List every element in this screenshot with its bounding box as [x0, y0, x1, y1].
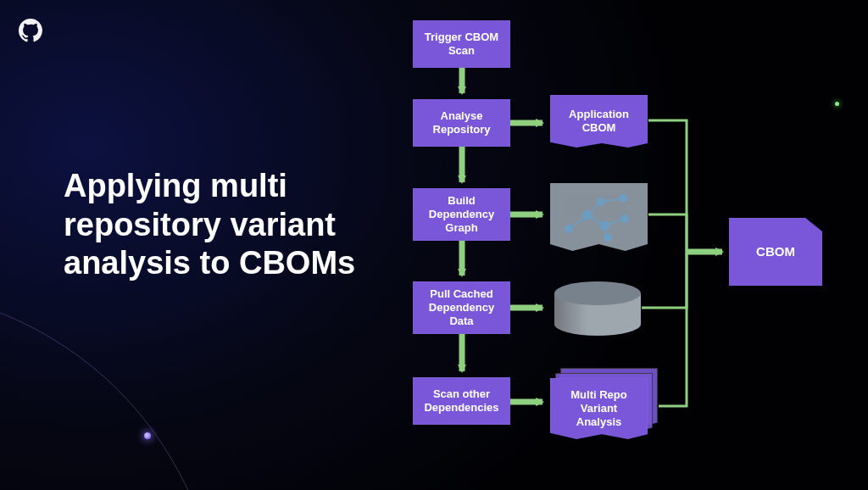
node-scan-other-deps: Scan other Dependencies [413, 377, 510, 425]
artifact-multi-repo-variant: Multi Repo Variant Analysis [550, 378, 648, 439]
svg-point-9 [620, 195, 626, 202]
artifact-cbom: CBOM [729, 218, 822, 286]
node-analyse-repo: Analyse Repository [413, 99, 510, 147]
node-pull-cached-data: Pull Cached Dependency Data [413, 281, 510, 334]
svg-point-6 [565, 226, 572, 232]
artifact-dependency-graph-icon [550, 183, 648, 251]
svg-point-7 [583, 211, 592, 220]
diagram: Trigger CBOM Scan Analyse Repository Bui… [0, 0, 868, 490]
artifact-application-cbom: Application CBOM [550, 95, 648, 148]
node-build-dep-graph: Build Dependency Graph [413, 188, 510, 241]
svg-point-10 [600, 221, 609, 230]
svg-point-11 [621, 215, 628, 222]
graph-network-icon [557, 190, 642, 244]
artifact-database-icon [554, 281, 641, 336]
svg-point-8 [598, 198, 604, 205]
node-trigger-scan: Trigger CBOM Scan [413, 20, 510, 68]
svg-point-12 [604, 234, 611, 241]
